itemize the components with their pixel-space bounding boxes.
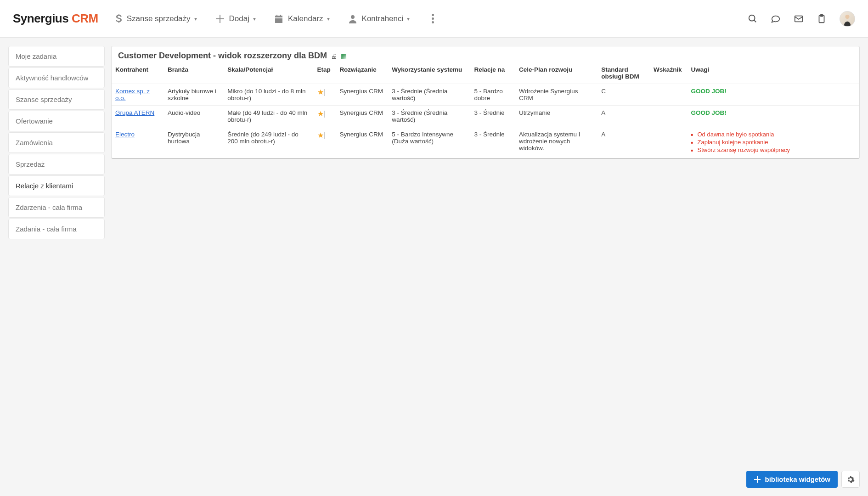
sidebar-item-moje-zadania[interactable]: Moje zadania [8, 46, 105, 67]
nav-label: Kalendarz [288, 14, 323, 23]
brand-name: Synergius [13, 11, 68, 25]
sidebar-item-relacje[interactable]: Relacje z klientami [8, 175, 105, 196]
data-table: Kontrahent Branża Skala/Potencjał Etap R… [112, 62, 859, 158]
sidebar-item-zadania-firma[interactable]: Zadania - cała firma [8, 219, 105, 239]
table-row: Kornex sp. z o.o.Artykuły biurowe i szko… [112, 84, 859, 106]
cell-skala: Średnie (do 249 ludzi - do 200 mln obrot… [224, 127, 313, 158]
cell-relacje: 3 - Średnie [470, 106, 515, 127]
sidebar: Moje zadania Aktywność handlowców Szanse… [8, 46, 105, 239]
cell-wykorzystanie: 3 - Średnie (Średnia wartość) [388, 84, 470, 106]
col-skala[interactable]: Skala/Potencjał [224, 62, 313, 84]
col-rozwiazanie[interactable]: Rozwiązanie [336, 62, 388, 84]
remark-item: Stwórz szansę rozwoju współpracy [691, 147, 855, 153]
cell-branza: Audio-video [164, 106, 224, 127]
cell-wskaznik [650, 106, 687, 127]
more-menu[interactable] [432, 14, 434, 23]
col-relacje[interactable]: Relacje na [470, 62, 515, 84]
star-icon: ★ [317, 131, 324, 139]
nav-label: Dodaj [229, 14, 249, 23]
dollar-icon [115, 14, 122, 24]
cell-skala: Mikro (do 10 ludzi - do 8 mln obrotu-r) [224, 84, 313, 106]
svg-point-6 [845, 15, 849, 19]
sidebar-item-sprzedaz[interactable]: Sprzedaż [8, 154, 105, 175]
cell-wykorzystanie: 5 - Bardzo intensywne (Duża wartość) [388, 127, 470, 158]
cell-cele: Wdrożenie Synergius CRM [515, 84, 597, 106]
avatar[interactable] [840, 11, 855, 27]
cell-branza: Artykuły biurowe i szkolne [164, 84, 224, 106]
col-cele[interactable]: Cele-Plan rozwoju [515, 62, 597, 84]
col-wskaznik[interactable]: Wskaźnik [650, 62, 687, 84]
cell-cele: Utrzymanie [515, 106, 597, 127]
cell-etap: ★| [314, 84, 336, 106]
cell-standard: A [597, 106, 650, 127]
cell-etap: ★| [314, 106, 336, 127]
svg-rect-5 [820, 14, 823, 16]
cell-rozwiazanie: Synergius CRM [336, 84, 388, 106]
cell-wskaznik [650, 127, 687, 158]
sidebar-item-aktywnosc[interactable]: Aktywność handlowców [8, 68, 105, 88]
print-icon[interactable]: 🖨 [331, 52, 337, 60]
cell-etap: ★| [314, 127, 336, 158]
nav-szanse[interactable]: Szanse sprzedaży ▾ [115, 14, 197, 24]
nav-dodaj[interactable]: Dodaj ▾ [215, 14, 256, 23]
kontrahent-link[interactable]: Grupa ATERN [115, 109, 154, 116]
brand-suffix: CRM [72, 11, 98, 25]
chevron-down-icon: ▾ [407, 16, 410, 22]
cell-rozwiazanie: Synergius CRM [336, 106, 388, 127]
col-kontrahent[interactable]: Kontrahent [112, 62, 164, 84]
chevron-down-icon: ▾ [327, 16, 330, 22]
chat-icon[interactable] [771, 14, 781, 24]
sidebar-item-zdarzenia[interactable]: Zdarzenia - cała firma [8, 197, 105, 218]
calendar-icon [274, 14, 283, 23]
person-icon [348, 14, 357, 23]
cell-relacje: 3 - Średnie [470, 127, 515, 158]
col-wykorzystanie[interactable]: Wykorzystanie systemu [388, 62, 470, 84]
main-nav: Szanse sprzedaży ▾ Dodaj ▾ Kalendarz ▾ K… [115, 14, 434, 24]
col-etap[interactable]: Etap [314, 62, 336, 84]
cell-uwagi: Od dawna nie było spotkaniaZaplanuj kole… [688, 127, 860, 158]
cell-standard: C [597, 84, 650, 106]
cell-cele: Aktualizacja systemu i wdrożenie nowych … [515, 127, 597, 158]
excel-icon[interactable]: ▦ [341, 52, 347, 60]
svg-point-0 [351, 15, 355, 19]
nav-label: Szanse sprzedaży [127, 14, 191, 23]
good-job-label: GOOD JOB! [691, 88, 727, 95]
good-job-label: GOOD JOB! [691, 109, 727, 116]
table-row: ElectroDystrybucja hurtowaŚrednie (do 24… [112, 127, 859, 158]
cell-uwagi: GOOD JOB! [688, 84, 860, 106]
clipboard-icon[interactable] [817, 14, 827, 24]
nav-label: Kontrahenci [362, 14, 404, 23]
cell-wykorzystanie: 3 - Średnie (Średnia wartość) [388, 106, 470, 127]
topbar-actions [748, 11, 855, 27]
sidebar-item-zamowienia[interactable]: Zamówienia [8, 132, 105, 153]
nav-kalendarz[interactable]: Kalendarz ▾ [274, 14, 330, 23]
cell-wskaznik [650, 84, 687, 106]
remarks-list: Od dawna nie było spotkaniaZaplanuj kole… [691, 131, 855, 153]
sidebar-item-ofertowanie[interactable]: Ofertowanie [8, 111, 105, 131]
star-outline-icon: | [324, 131, 326, 139]
col-standard[interactable]: Standard obsługi BDM [597, 62, 650, 84]
col-branza[interactable]: Branża [164, 62, 224, 84]
search-icon[interactable] [748, 14, 758, 24]
cell-skala: Małe (do 49 ludzi - do 40 mln obrotu-r) [224, 106, 313, 127]
sidebar-item-szanse[interactable]: Szanse sprzedaży [8, 89, 105, 110]
panel: Customer Development - widok rozszerzony… [111, 46, 860, 159]
cell-branza: Dystrybucja hurtowa [164, 127, 224, 158]
col-uwagi[interactable]: Uwagi [688, 62, 860, 84]
star-icon: ★ [317, 110, 324, 118]
topbar: Synergius CRM Szanse sprzedaży ▾ Dodaj ▾… [0, 0, 868, 38]
chevron-down-icon: ▾ [253, 16, 256, 22]
remark-item: Zaplanuj kolejne spotkanie [691, 139, 855, 146]
remark-item: Od dawna nie było spotkania [691, 131, 855, 138]
chevron-down-icon: ▾ [194, 16, 197, 22]
nav-kontrahenci[interactable]: Kontrahenci ▾ [348, 14, 410, 23]
logo: Synergius CRM [13, 11, 98, 26]
mail-icon[interactable] [794, 14, 804, 24]
star-icon: ★ [317, 88, 324, 96]
svg-line-2 [754, 20, 756, 22]
svg-point-1 [749, 15, 755, 21]
kontrahent-link[interactable]: Kornex sp. z o.o. [115, 88, 150, 101]
kontrahent-link[interactable]: Electro [115, 131, 135, 138]
cell-relacje: 5 - Bardzo dobre [470, 84, 515, 106]
cell-rozwiazanie: Synergius CRM [336, 127, 388, 158]
